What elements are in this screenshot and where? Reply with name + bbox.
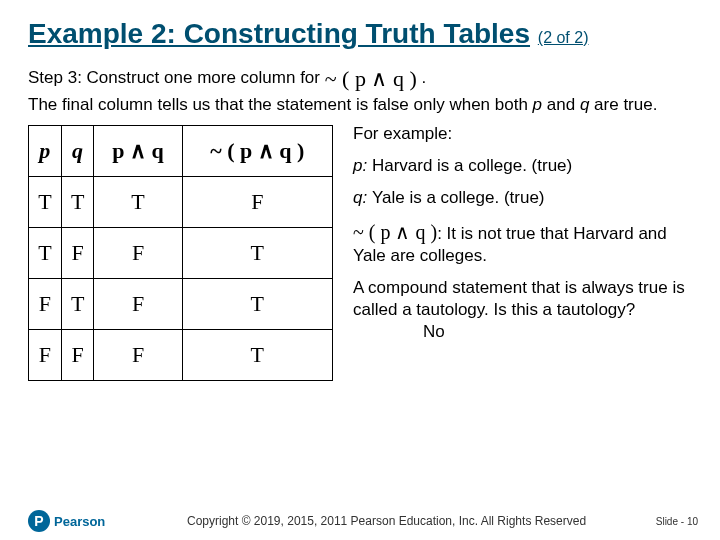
- pearson-logo-icon: P: [28, 510, 50, 532]
- truth-table: p q p ∧ q ~ ( p ∧ q ) T T T F T: [28, 125, 333, 381]
- brand-name: Pearson: [54, 514, 105, 529]
- and-word: and: [542, 95, 580, 114]
- slide-number: Slide - 10: [656, 516, 698, 527]
- step-line2b: are true.: [589, 95, 657, 114]
- table-row: F T F T: [29, 278, 333, 329]
- cell: T: [61, 278, 94, 329]
- p-definition: p: Harvard is a college. (true): [353, 155, 692, 177]
- cell: T: [29, 176, 62, 227]
- table-row: T T T F: [29, 176, 333, 227]
- title-part: (2 of 2): [538, 29, 589, 46]
- table-row: F F F T: [29, 329, 333, 380]
- cell: T: [182, 227, 332, 278]
- step-line2a: The final column tells us that the state…: [28, 95, 533, 114]
- cell: T: [94, 176, 182, 227]
- cell: T: [61, 176, 94, 227]
- footer: P Pearson Copyright © 2019, 2015, 2011 P…: [0, 510, 720, 532]
- cell: F: [61, 329, 94, 380]
- tautology-question: A compound statement that is always true…: [353, 277, 692, 343]
- title-main: Example 2: Constructing Truth Tables: [28, 18, 530, 49]
- th-p: p: [29, 125, 62, 176]
- step-text: Step 3: Construct one more column for ~ …: [28, 64, 692, 117]
- expr-neg-pandq: ~ ( p ∧ q ): [325, 66, 417, 91]
- table-header-row: p q p ∧ q ~ ( p ∧ q ): [29, 125, 333, 176]
- p-lead: p:: [353, 156, 372, 175]
- q-def-text: Yale is a college. (true): [372, 188, 545, 207]
- q-lead: q:: [353, 188, 372, 207]
- cell: F: [61, 227, 94, 278]
- cell: T: [182, 329, 332, 380]
- var-p: p: [533, 95, 542, 114]
- colon: :: [437, 224, 446, 243]
- cell: T: [29, 227, 62, 278]
- conclusion-line: ~ ( p ∧ q ): It is not true that Harvard…: [353, 219, 692, 267]
- cell: F: [94, 278, 182, 329]
- cell: T: [182, 278, 332, 329]
- th-q: q: [61, 125, 94, 176]
- slide-num: 10: [687, 516, 698, 527]
- cell: F: [29, 278, 62, 329]
- tautology-answer: No: [423, 321, 445, 343]
- cell: F: [94, 329, 182, 380]
- for-example: For example:: [353, 123, 692, 145]
- table-row: T F F T: [29, 227, 333, 278]
- q-definition: q: Yale is a college. (true): [353, 187, 692, 209]
- expr-inline: ~ ( p ∧ q ): [353, 221, 437, 243]
- th-pandq: p ∧ q: [94, 125, 182, 176]
- slide-title: Example 2: Constructing Truth Tables (2 …: [28, 18, 692, 50]
- step-suffix: .: [422, 68, 427, 87]
- var-q: q: [580, 95, 589, 114]
- step-prefix: Step 3: Construct one more column for: [28, 68, 325, 87]
- cell: F: [29, 329, 62, 380]
- th-neg-pandq: ~ ( p ∧ q ): [182, 125, 332, 176]
- tautology-text: A compound statement that is always true…: [353, 278, 685, 319]
- p-def-text: Harvard is a college. (true): [372, 156, 572, 175]
- slide-label: Slide -: [656, 516, 687, 527]
- copyright-text: Copyright © 2019, 2015, 2011 Pearson Edu…: [117, 514, 655, 528]
- cell: F: [182, 176, 332, 227]
- cell: F: [94, 227, 182, 278]
